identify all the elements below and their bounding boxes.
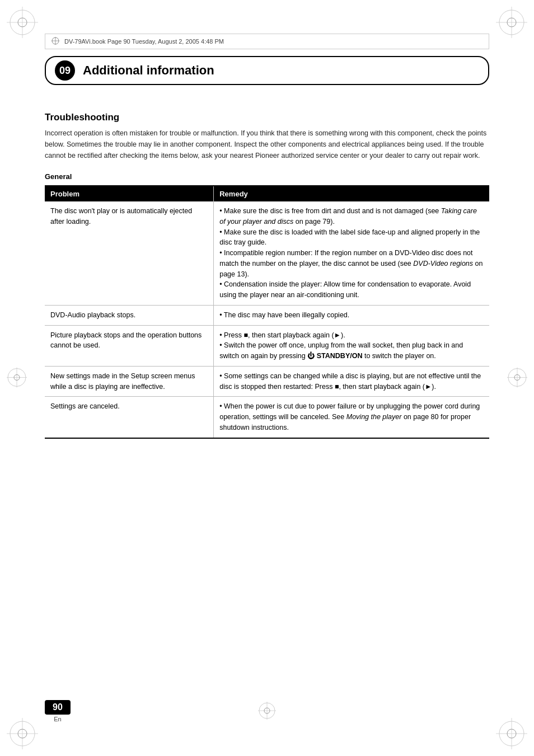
subsection-title: General (45, 172, 489, 181)
page-container: DV-79AVi.book Page 90 Tuesday, August 2,… (0, 0, 534, 756)
corner-mark-br (495, 717, 528, 750)
table-row: Picture playback stops and the operation… (45, 325, 489, 366)
remedy-cell: • Make sure the disc is free from dirt a… (214, 201, 489, 305)
problem-cell: The disc won't play or is automatically … (45, 201, 214, 305)
problem-cell: DVD-Audio playback stops. (45, 305, 214, 325)
table-row: Settings are canceled.• When the power i… (45, 397, 489, 438)
bottom-center-mark (257, 701, 277, 722)
corner-mark-tl (6, 6, 39, 39)
crosshair-icon (51, 36, 60, 46)
chapter-header: 09 Additional information (45, 56, 489, 85)
trouble-table: Problem Remedy The disc won't play or is… (45, 185, 489, 439)
problem-cell: New settings made in the Setup screen me… (45, 366, 214, 397)
chapter-title: Additional information (83, 63, 214, 78)
section-title: Troubleshooting (45, 112, 489, 123)
table-row: New settings made in the Setup screen me… (45, 366, 489, 397)
mid-right-mark (506, 366, 528, 390)
table-row: DVD-Audio playback stops.• The disc may … (45, 305, 489, 325)
problem-cell: Picture playback stops and the operation… (45, 325, 214, 366)
corner-mark-bl (6, 717, 39, 750)
page-footer: 90 En (45, 700, 71, 722)
page-number: 90 (45, 700, 71, 715)
mid-left-mark (6, 366, 28, 390)
table-header-row: Problem Remedy (45, 186, 489, 201)
page-lang: En (54, 716, 61, 722)
remedy-cell: • Press ■, then start playback again (►)… (214, 325, 489, 366)
file-info-bar: DV-79AVi.book Page 90 Tuesday, August 2,… (45, 34, 489, 49)
remedy-cell: • The disc may have been illegally copie… (214, 305, 489, 325)
col-header-problem: Problem (45, 186, 214, 201)
col-header-remedy: Remedy (214, 186, 489, 201)
corner-mark-tr (495, 6, 528, 39)
problem-cell: Settings are canceled. (45, 397, 214, 438)
content-area: Troubleshooting Incorrect operation is o… (45, 95, 489, 700)
table-row: The disc won't play or is automatically … (45, 201, 489, 305)
remedy-cell: • When the power is cut due to power fai… (214, 397, 489, 438)
section-intro: Incorrect operation is often mistaken fo… (45, 128, 489, 161)
file-info-text: DV-79AVi.book Page 90 Tuesday, August 2,… (64, 38, 224, 45)
remedy-cell: • Some settings can be changed while a d… (214, 366, 489, 397)
chapter-number: 09 (55, 60, 75, 81)
